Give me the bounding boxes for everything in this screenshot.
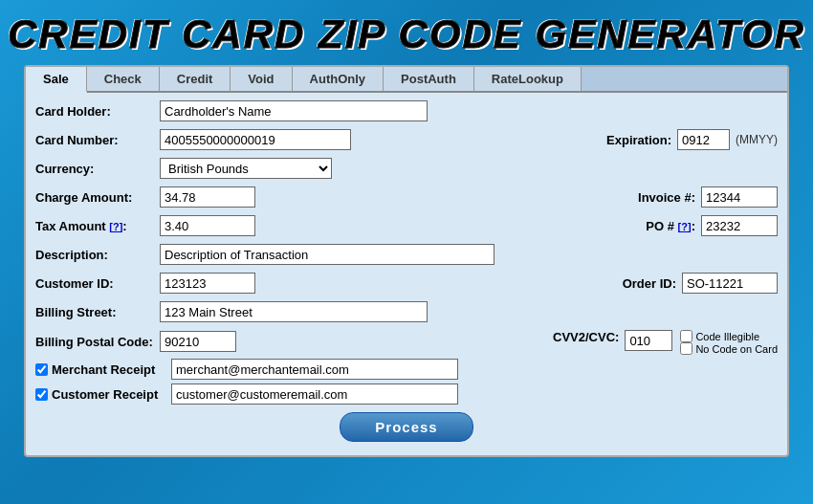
- tab-sale[interactable]: Sale: [26, 67, 87, 93]
- tab-authonly[interactable]: AuthOnly: [293, 67, 385, 91]
- tab-bar: Sale Check Credit Void AuthOnly PostAuth…: [26, 67, 787, 93]
- tax-amount-label: Tax Amount [?]:: [35, 219, 160, 233]
- order-id-input[interactable]: [682, 273, 778, 294]
- po-help-link[interactable]: [?]: [678, 221, 692, 232]
- customer-id-label: Customer ID:: [35, 276, 160, 291]
- description-label: Description:: [35, 248, 160, 262]
- card-number-input[interactable]: [160, 129, 351, 150]
- cvv-input[interactable]: [625, 330, 672, 351]
- code-illegible-checkbox[interactable]: [680, 330, 692, 342]
- merchant-receipt-checkbox[interactable]: [35, 363, 48, 376]
- expiration-label: Expiration:: [606, 133, 671, 147]
- no-code-checkbox[interactable]: [680, 342, 692, 355]
- cvv-label: CVV2/CVC:: [553, 330, 619, 344]
- card-holder-input[interactable]: [160, 100, 428, 121]
- currency-select[interactable]: British Pounds: [160, 158, 332, 179]
- tab-void[interactable]: Void: [231, 67, 292, 91]
- page-title: CREDIT CARD ZIP CODE GENERATOR: [8, 0, 805, 65]
- customer-id-input[interactable]: [160, 273, 255, 294]
- po-label: PO # [?]:: [646, 219, 695, 233]
- billing-street-input[interactable]: [160, 301, 428, 322]
- code-illegible-label: Code Illegible: [695, 331, 759, 342]
- billing-street-label: Billing Street:: [35, 305, 160, 319]
- description-input[interactable]: [160, 244, 494, 265]
- tax-help-link[interactable]: [?]: [109, 221, 122, 232]
- currency-label: Currency:: [35, 162, 160, 176]
- merchant-receipt-label: Merchant Receipt: [52, 362, 171, 377]
- charge-amount-label: Charge Amount:: [35, 190, 160, 205]
- tab-check[interactable]: Check: [87, 67, 160, 91]
- customer-receipt-input[interactable]: [171, 383, 458, 405]
- form-container: Sale Check Credit Void AuthOnly PostAuth…: [24, 65, 789, 457]
- billing-postal-label: Billing Postal Code:: [35, 335, 160, 349]
- merchant-receipt-input[interactable]: [171, 359, 458, 380]
- tab-postauth[interactable]: PostAuth: [384, 67, 474, 91]
- customer-receipt-label: Customer Receipt: [52, 387, 171, 402]
- order-id-label: Order ID:: [623, 276, 676, 291]
- card-holder-label: Card Holder:: [35, 104, 160, 119]
- invoice-input[interactable]: [701, 186, 778, 208]
- tab-credit[interactable]: Credit: [160, 67, 231, 91]
- process-button[interactable]: Process: [340, 412, 472, 442]
- tax-amount-input[interactable]: [160, 215, 255, 236]
- billing-postal-input[interactable]: [160, 331, 236, 352]
- card-number-label: Card Number:: [35, 133, 160, 147]
- tab-ratelookup[interactable]: RateLookup: [474, 67, 582, 91]
- customer-receipt-checkbox[interactable]: [35, 388, 48, 401]
- po-input[interactable]: [701, 215, 778, 236]
- mmyy-hint: (MMYY): [736, 133, 778, 146]
- no-code-label: No Code on Card: [695, 343, 778, 355]
- invoice-label: Invoice #:: [638, 190, 695, 205]
- charge-amount-input[interactable]: [160, 186, 255, 208]
- expiration-input[interactable]: [677, 129, 730, 150]
